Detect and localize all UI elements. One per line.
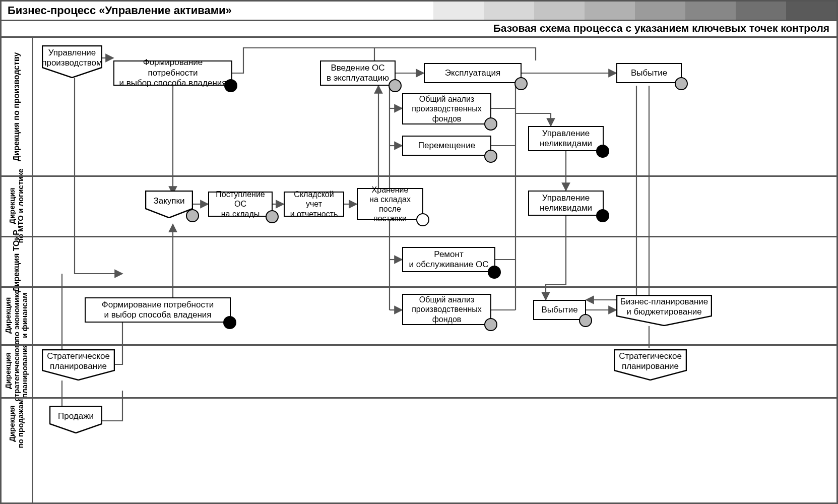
header-bar: Бизнес-процесс «Управление активами» <box>2 2 836 21</box>
diagram-page: Бизнес-процесс «Управление активами» Баз… <box>0 0 838 504</box>
cp-disposal2 <box>579 314 592 327</box>
cp-intro-os <box>389 79 402 92</box>
diagram-area: Управлениепроизводством Формирование пот… <box>32 38 836 502</box>
cp-recv <box>266 210 279 223</box>
cp-move <box>484 150 497 163</box>
lane-label-econ: Дирекцияпо экономикеи финансам <box>2 286 32 344</box>
cp-need2 <box>223 316 236 329</box>
offpage-strategic-plan-left: Стратегическоепланирование <box>42 349 115 381</box>
box-intro-os: Введение ОСв эксплуатацию <box>320 60 396 86</box>
offpage-bizplan: Бизнес-планированиеи бюджетирование <box>616 295 712 326</box>
offpage-sales: Продажи <box>49 406 102 433</box>
box-manage-illiquid-1: Управлениенеликвидами <box>528 126 604 151</box>
box-repair: Ремонти обслуживание ОС <box>402 247 495 272</box>
lane-label-strategy: Дирекциястратегическогопланирования <box>2 344 32 397</box>
lane-label-sales: Дирекцияпо продажам <box>2 397 32 450</box>
cp-need1 <box>224 79 237 92</box>
box-stock-accounting: Складской учети отчетность <box>284 192 344 217</box>
box-manage-illiquid-2: Управлениенеликвидами <box>528 191 604 216</box>
lane-label-mto: Дирекцияпо МТО и логистике <box>2 175 32 236</box>
cp-mnl2 <box>596 209 609 222</box>
box-need-formation-2: Формирование потребностии выбор способа … <box>85 297 231 323</box>
header-shade-strip <box>433 2 836 20</box>
page-title: Бизнес-процесс «Управление активами» <box>2 4 232 17</box>
box-exploitation: Эксплуатация <box>424 63 522 83</box>
offpage-production-mgmt: Управлениепроизводством <box>42 45 102 78</box>
cp-repair <box>488 266 501 279</box>
box-need-formation-1: Формирование потребностии выбор способа … <box>113 60 232 86</box>
cp-zakupki <box>186 209 199 222</box>
box-storage: Хранениена складахпосле поставки <box>357 188 423 220</box>
box-general-analysis-2: Общий анализпроизводственныхфондов <box>402 294 491 325</box>
box-disposal-2: Выбытие <box>533 300 586 320</box>
box-disposal-1: Выбытие <box>616 63 682 83</box>
box-movement: Перемещение <box>402 136 491 156</box>
cp-storage <box>416 213 429 226</box>
cp-exploitation <box>514 77 528 90</box>
cp-disposal1 <box>675 77 688 90</box>
page-subtitle: Базовая схема процесса с указанием ключе… <box>2 20 836 38</box>
cp-genan2 <box>484 318 497 331</box>
cp-genan1 <box>484 117 497 131</box>
offpage-strategic-plan-right: Стратегическоепланирование <box>614 349 687 381</box>
box-general-analysis-1: Общий анализпроизводственныхфондов <box>402 93 491 124</box>
lane-label-production: Дирекция по производству <box>2 38 32 175</box>
lane-label-toir: Дирекция ТОиР <box>2 236 32 286</box>
cp-mnl1 <box>596 145 609 158</box>
box-receive-os: Поступление ОСна склады <box>208 192 273 217</box>
